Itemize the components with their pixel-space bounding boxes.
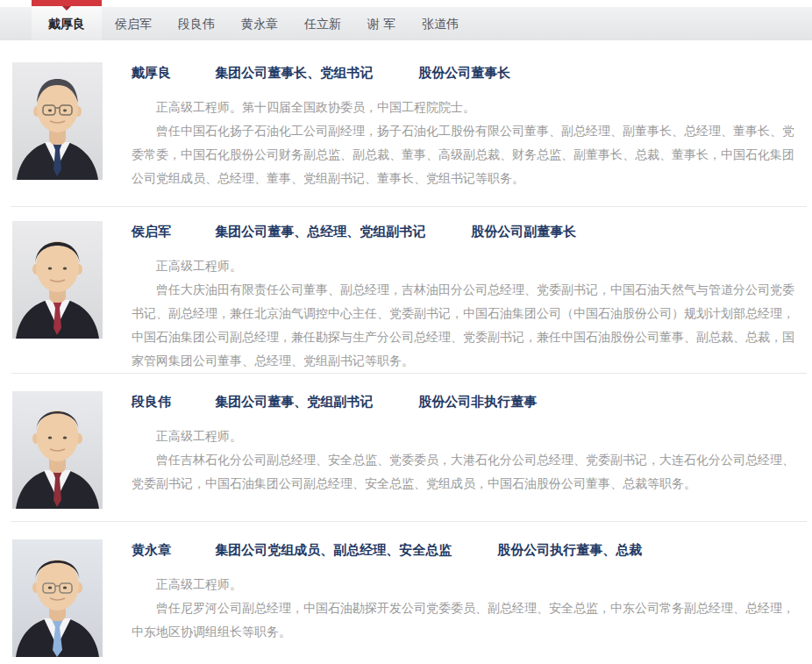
tab-hou-qijun[interactable]: 侯启军 [102,7,165,40]
profile-header: 侯启军 集团公司董事、总经理、党组副书记 股份公司副董事长 [132,221,794,240]
profile-stock-title: 股份公司董事长 [418,65,510,80]
tab-label: 段良伟 [178,17,215,31]
bio-intro: 正高级工程师。 [132,254,794,278]
profile-stock-title: 股份公司执行董事、总裁 [497,542,642,557]
profile-photo [12,539,103,657]
bio-intro: 正高级工程师。第十四届全国政协委员，中国工程院院士。 [132,96,794,119]
bio-career: 曾任吉林石化分公司副总经理、安全总监、党委委员，大港石化分公司总经理、党委副书记… [132,448,794,496]
profile-group-title: 集团公司董事长、党组书记 [215,65,373,80]
profile-section-duan-liangwei: 段良伟 集团公司董事、党组副书记 股份公司非执行董事 正高级工程师。 曾任吉林石… [0,374,812,521]
profile-info: 戴厚良 集团公司董事长、党组书记 股份公司董事长 正高级工程师。第十四届全国政协… [132,62,803,190]
tab-label: 侯启军 [115,17,152,31]
profile-section-huang-yongzhang: 黄永章 集团公司党组成员、副总经理、安全总监 股份公司执行董事、总裁 正高级工程… [0,522,812,664]
profile-bio: 正高级工程师。 曾任尼罗河公司副总经理，中国石油勘探开发公司党委委员、副总经理、… [132,573,794,644]
portrait-image [12,221,103,339]
profile-photo [12,221,103,339]
page: { "colors":{ "accent_red":"#d2383e", "ac… [0,0,812,664]
bio-intro: 正高级工程师。 [132,573,794,596]
profile-section-dai-houliang: 戴厚良 集团公司董事长、党组书记 股份公司董事长 正高级工程师。第十四届全国政协… [0,40,812,206]
tab-label: 戴厚良 [48,17,85,31]
tab-label: 黄永章 [241,17,278,31]
profile-info: 侯启军 集团公司董事、总经理、党组副书记 股份公司副董事长 正高级工程师。 曾任… [132,221,803,373]
profile-group-title: 集团公司董事、总经理、党组副书记 [215,224,425,239]
profile-photo [12,391,103,509]
profile-group-title: 集团公司党组成员、副总经理、安全总监 [215,542,452,557]
executive-tabbar: 戴厚良 侯启军 段良伟 黄永章 任立新 谢 军 张道伟 [0,0,812,40]
profile-bio: 正高级工程师。 曾任吉林石化分公司副总经理、安全总监、党委委员，大港石化分公司总… [132,425,794,496]
tab-huang-yongzhang[interactable]: 黄永章 [228,7,291,40]
tab-dai-houliang[interactable]: 戴厚良 [32,0,102,40]
profile-header: 戴厚良 集团公司董事长、党组书记 股份公司董事长 [132,62,794,82]
profile-info: 段良伟 集团公司董事、党组副书记 股份公司非执行董事 正高级工程师。 曾任吉林石… [132,391,803,509]
profile-stock-title: 股份公司非执行董事 [418,394,537,409]
profile-name: 戴厚良 [132,65,171,80]
portrait-image [12,539,103,657]
profile-stock-title: 股份公司副董事长 [471,224,576,239]
bio-career: 曾任大庆油田有限责任公司董事、副总经理，吉林油田分公司总经理、党委副书记，中国石… [132,278,794,373]
bio-intro: 正高级工程师。 [132,425,794,448]
profile-bio: 正高级工程师。 曾任大庆油田有限责任公司董事、副总经理，吉林油田分公司总经理、党… [132,254,794,373]
profile-header: 段良伟 集团公司董事、党组副书记 股份公司非执行董事 [132,391,794,411]
tab-label: 谢 军 [367,17,395,31]
profile-info: 黄永章 集团公司党组成员、副总经理、安全总监 股份公司执行董事、总裁 正高级工程… [132,539,803,657]
active-tab-arrow-icon [62,6,71,11]
profile-photo [12,62,103,180]
profile-name: 侯启军 [132,224,171,239]
tab-xie-jun[interactable]: 谢 军 [354,7,409,40]
bio-career: 曾任尼罗河公司副总经理，中国石油勘探开发公司党委委员、副总经理、安全总监，中东公… [132,596,794,644]
profile-header: 黄永章 集团公司党组成员、副总经理、安全总监 股份公司执行董事、总裁 [132,539,794,559]
profile-name: 段良伟 [132,394,171,409]
bio-career: 曾任中国石化扬子石油化工公司副经理，扬子石油化工股份有限公司董事、副总经理、副董… [132,119,794,190]
tab-zhang-daowei[interactable]: 张道伟 [409,7,472,40]
tab-list: 戴厚良 侯启军 段良伟 黄永章 任立新 谢 军 张道伟 [0,0,812,40]
tab-duan-liangwei[interactable]: 段良伟 [165,7,228,40]
tab-ren-lixin[interactable]: 任立新 [291,7,354,40]
profile-section-hou-qijun: 侯启军 集团公司董事、总经理、党组副书记 股份公司副董事长 正高级工程师。 曾任… [0,207,812,373]
profile-name: 黄永章 [132,542,171,557]
profile-group-title: 集团公司董事、党组副书记 [215,394,373,409]
profile-bio: 正高级工程师。第十四届全国政协委员，中国工程院院士。 曾任中国石化扬子石油化工公… [132,96,794,190]
portrait-image [12,391,103,509]
portrait-image [12,62,103,180]
tab-label: 任立新 [304,17,341,31]
tab-label: 张道伟 [422,17,459,31]
